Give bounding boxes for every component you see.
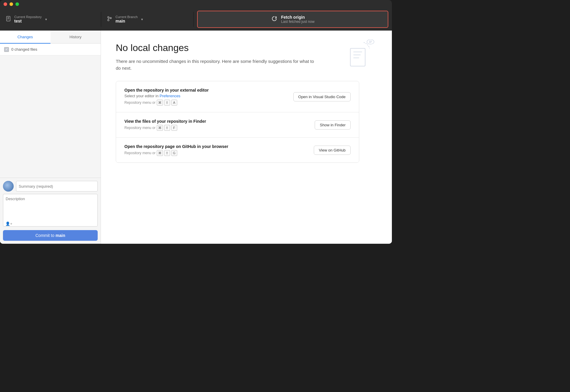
svg-point-4 xyxy=(108,16,109,18)
shortcut-a-icon: A xyxy=(171,100,177,106)
editor-card-subtitle: Select your editor in Preferences xyxy=(124,94,293,98)
editor-card-shortcut: Repository menu or ⌘ ⇧ A xyxy=(124,100,293,106)
github-card-shortcut: Repository menu or ⌘ ⇧ G xyxy=(124,150,314,156)
finder-card-shortcut: Repository menu or ⌘ ⇧ F xyxy=(124,125,315,131)
shortcut-f-icon: F xyxy=(171,125,177,131)
commit-header xyxy=(3,181,98,192)
fetch-title: Fetch origin xyxy=(281,15,315,20)
action-cards: Open the repository in your external edi… xyxy=(116,81,359,163)
github-card-title: Open the repository page on GitHub in yo… xyxy=(124,144,314,149)
action-card-show-finder: View the files of your repository in Fin… xyxy=(116,112,359,138)
sidebar: Changes History 0 changed files xyxy=(0,31,101,244)
action-card-left-finder: View the files of your repository in Fin… xyxy=(124,119,315,131)
minimize-button[interactable] xyxy=(10,2,13,6)
commit-description-textarea[interactable] xyxy=(3,194,98,227)
toolbar-divider-2 xyxy=(193,12,194,27)
shortcut-shift-github-icon: ⇧ xyxy=(164,150,170,156)
repository-icon xyxy=(5,16,11,23)
shortcut-shift-icon: ⇧ xyxy=(164,100,170,106)
action-card-open-editor: Open the repository in your external edi… xyxy=(116,81,359,112)
maximize-button[interactable] xyxy=(15,2,19,6)
action-card-left-github: Open the repository page on GitHub in yo… xyxy=(124,144,314,156)
commit-branch-name: main xyxy=(56,233,65,238)
branch-value: main xyxy=(115,19,138,23)
shortcut-g-icon: G xyxy=(171,150,177,156)
branch-text: Current Branch main xyxy=(115,15,138,23)
shortcut-shift-finder-icon: ⇧ xyxy=(164,125,170,131)
show-in-finder-button[interactable]: Show in Finder xyxy=(315,120,351,130)
current-branch-section[interactable]: Current Branch main ▼ xyxy=(101,8,193,30)
illustration xyxy=(347,39,377,70)
commit-area: 👤+ Commit to main xyxy=(0,178,101,244)
toolbar: Current Repository test ▼ Current Branch… xyxy=(0,8,392,31)
tab-history[interactable]: History xyxy=(50,31,101,44)
no-changes-description: There are no uncommitted changes in this… xyxy=(116,58,318,71)
fetch-icon xyxy=(271,15,278,23)
svg-point-5 xyxy=(108,19,109,21)
branch-icon xyxy=(107,16,113,23)
svg-rect-3 xyxy=(7,19,9,20)
title-bar xyxy=(0,0,392,8)
avatar xyxy=(3,181,14,192)
svg-rect-0 xyxy=(7,16,10,21)
select-all-checkbox[interactable] xyxy=(4,47,9,52)
action-card-view-github: Open the repository page on GitHub in yo… xyxy=(116,138,359,162)
svg-rect-1 xyxy=(7,17,9,18)
commit-summary-input[interactable] xyxy=(16,181,98,192)
current-repository-section[interactable]: Current Repository test ▼ xyxy=(0,8,101,30)
sidebar-file-list xyxy=(0,55,101,178)
fetch-origin-button[interactable]: Fetch origin Last fetched just now xyxy=(197,11,388,28)
svg-rect-9 xyxy=(353,54,361,55)
avatar-image xyxy=(3,181,14,192)
finder-card-title: View the files of your repository in Fin… xyxy=(124,119,315,124)
repository-text: Current Repository test xyxy=(14,15,42,23)
main-content: No local changes There are no uncommitte… xyxy=(101,31,392,244)
description-area: 👤+ xyxy=(3,194,98,228)
main-layout: Changes History 0 changed files xyxy=(0,31,392,244)
fetch-text: Fetch origin Last fetched just now xyxy=(281,15,315,24)
changed-files-bar: 0 changed files xyxy=(0,44,101,55)
svg-rect-8 xyxy=(353,51,362,52)
shortcut-cmd-icon: ⌘ xyxy=(157,100,163,106)
editor-card-title: Open the repository in your external edi… xyxy=(124,88,293,93)
changed-files-count: 0 changed files xyxy=(11,47,37,52)
close-button[interactable] xyxy=(4,2,7,6)
tab-changes[interactable]: Changes xyxy=(0,31,50,44)
branch-label: Current Branch xyxy=(115,15,138,19)
no-changes-title: No local changes xyxy=(116,42,377,53)
view-on-github-button[interactable]: View on GitHub xyxy=(314,146,351,155)
svg-rect-10 xyxy=(353,57,359,58)
sidebar-tabs: Changes History xyxy=(0,31,101,44)
preferences-link[interactable]: Preferences xyxy=(160,94,180,98)
repository-chevron-icon: ▼ xyxy=(45,18,48,21)
action-card-left-editor: Open the repository in your external edi… xyxy=(124,88,293,106)
branch-chevron-icon: ▼ xyxy=(141,18,144,21)
svg-rect-2 xyxy=(7,18,9,19)
repository-value: test xyxy=(14,19,42,23)
commit-button[interactable]: Commit to main xyxy=(3,230,98,241)
open-vscode-button[interactable]: Open in Visual Studio Code xyxy=(293,92,351,101)
coauthor-icon: 👤+ xyxy=(5,222,12,226)
add-coauthor-button[interactable]: 👤+ xyxy=(5,222,12,226)
fetch-subtitle: Last fetched just now xyxy=(281,20,315,24)
commit-label: Commit to xyxy=(35,233,54,238)
shortcut-cmd-github-icon: ⌘ xyxy=(157,150,163,156)
shortcut-cmd-finder-icon: ⌘ xyxy=(157,125,163,131)
repository-label: Current Repository xyxy=(14,15,42,19)
